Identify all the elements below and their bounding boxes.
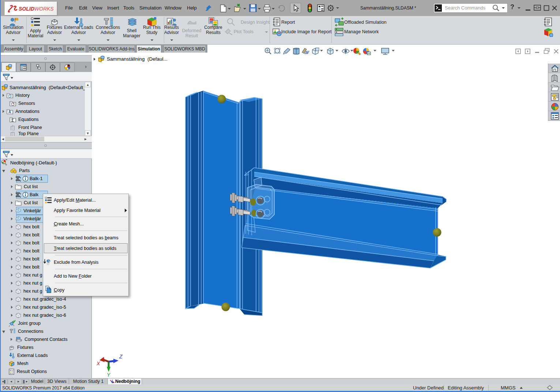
svg-text:Y: Y — [107, 372, 111, 377]
svg-text:SOLIDWORKS: SOLIDWORKS — [19, 6, 54, 12]
svg-text:X: X — [97, 361, 100, 366]
svg-text:A: A — [8, 110, 11, 114]
svg-text:Z: Z — [119, 354, 123, 359]
svg-text:A: A — [306, 51, 308, 54]
svg-text:Σ: Σ — [11, 118, 14, 122]
